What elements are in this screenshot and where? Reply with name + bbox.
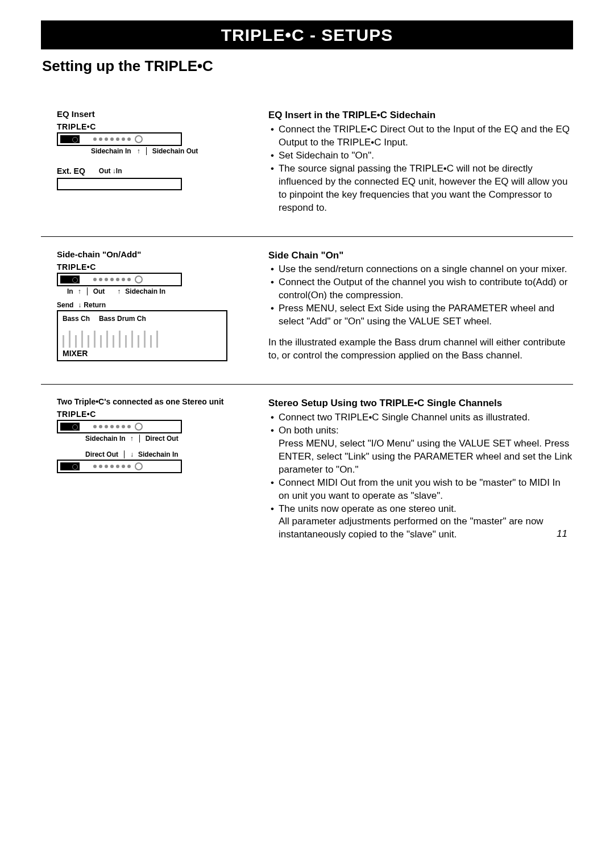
bullet: The units now operate as one stereo unit… [268,503,573,542]
diagram-title: EQ Insert [57,109,251,119]
channel-label: Bass Ch [63,315,90,323]
diagram-title: Side-chain "On/Add" [57,249,251,259]
rack-unit-icon [57,460,182,473]
ext-eq-box-icon [57,178,182,190]
send-return-labels: Send ↓ Return [57,301,251,309]
unit-label: TRIPLE•C [57,262,251,272]
arrow-down-icon: ↓ [130,450,134,458]
send-label: Send [57,301,73,309]
text-sidechain: Side Chain "On" Use the send/return conn… [257,249,573,363]
bullet: Connect the TRIPLE•C Direct Out to the I… [268,123,573,149]
section-title: Setting up the TRIPLE•C [42,57,573,75]
arrow-up-icon: ↑ [130,435,134,443]
setup-eq-insert: EQ Insert TRIPLE•C Sidechain In Sidechai… [41,109,573,237]
heading: Stereo Setup Using two TRIPLE•C Single C… [268,397,573,410]
ext-eq-label: Ext. EQ [57,166,85,176]
unit-label: TRIPLE•C [57,122,251,131]
diagram-title: Two Triple•C's connected as one Stereo u… [57,397,251,406]
page-number: 11 [557,528,567,540]
diagram-stereo: Two Triple•C's connected as one Stereo u… [41,397,257,541]
diagram-sidechain: Side-chain "On/Add" TRIPLE•C In↑ Out ↑Si… [41,249,257,363]
sidechain-in-label: Sidechain In [138,450,179,458]
bullet: Connect MIDI Out from the unit you wish … [268,477,573,503]
bullet: Set Sidechain to "On". [268,149,573,162]
connection-labels: Sidechain In Sidechain Out [57,147,251,155]
sidechain-in-label: Sidechain In [125,287,165,295]
connection-labels-bottom: Direct Out ↓Sidechain In [57,450,251,458]
return-label: Return [84,301,106,309]
mixer-label: MIXER [63,349,222,358]
heading: EQ Insert in the TRIPLE•C Sidechain [268,109,573,122]
ext-in-label: In [116,167,122,175]
faders-icon [63,327,222,348]
in-label: In [67,287,73,295]
rack-unit-icon [57,420,182,433]
content: EQ Insert TRIPLE•C Sidechain In Sidechai… [41,109,573,563]
paragraph: In the illustrated example the Bass drum… [268,336,573,362]
arrow-up-icon: ↑ [117,287,121,295]
sidechain-in-label: Sidechain In [91,147,131,155]
page-frame: TRIPLE•C - SETUPS Setting up the TRIPLE•… [41,20,573,575]
mixer-box-icon: Bass Ch Bass Drum Ch MIXER [57,310,227,361]
arrow-down-icon: ↓ [78,301,81,309]
connection-labels: In↑ Out ↑Sidechain In [57,287,251,295]
direct-out-label: Direct Out [85,450,118,458]
bullet: On both units:Press MENU, select "I/O Me… [268,424,573,477]
unit-label: TRIPLE•C [57,410,251,419]
bullet: Use the send/return connections on a sin… [268,263,573,276]
text-stereo: Stereo Setup Using two TRIPLE•C Single C… [257,397,573,541]
out-label: Out [93,287,105,295]
arrow-up-icon [136,147,140,155]
ext-eq-row: Ext. EQ Out ↓In [57,166,251,176]
connection-labels-top: Sidechain In↑ Direct Out [57,435,251,443]
bullet: The source signal passing the TRIPLE•C w… [268,162,573,215]
rack-unit-icon [57,132,182,146]
sidechain-in-label: Sidechain In [85,435,126,443]
bullet: Connect two TRIPLE•C Single Channel unit… [268,411,573,424]
channel-label: Bass Drum Ch [99,315,146,323]
direct-out-label: Direct Out [146,435,179,443]
banner-title: TRIPLE•C - SETUPS [41,22,573,49]
heading: Side Chain "On" [268,249,573,262]
bullet: Connect the Output of the channel you wi… [268,276,573,302]
setup-sidechain: Side-chain "On/Add" TRIPLE•C In↑ Out ↑Si… [41,249,573,385]
sidechain-out-label: Sidechain Out [152,147,198,155]
ext-out-label: Out [99,167,111,175]
text-eq-insert: EQ Insert in the TRIPLE•C Sidechain Conn… [257,109,573,215]
rack-unit-icon [57,273,182,286]
diagram-eq-insert: EQ Insert TRIPLE•C Sidechain In Sidechai… [41,109,257,215]
setup-stereo: Two Triple•C's connected as one Stereo u… [41,397,573,563]
arrow-up-icon: ↑ [78,287,81,295]
bullet: Press MENU, select Ext Side using the PA… [268,302,573,328]
